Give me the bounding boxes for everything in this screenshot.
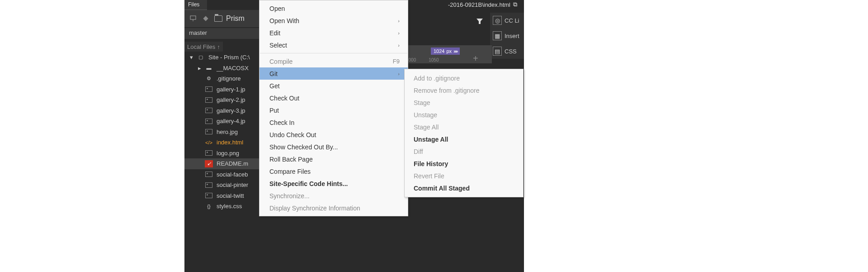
right-panel-css[interactable]: ▤CSS [490,43,524,59]
site-name: Prism [226,14,245,23]
tree-file[interactable]: social-pinter [184,180,259,191]
tree-file[interactable]: social-faceb [184,169,259,180]
cm-open[interactable]: Open [259,2,408,14]
cm-show-checked-out[interactable]: Show Checked Out By... [259,141,408,153]
cm-git[interactable]: Git› [259,67,408,80]
svg-marker-3 [476,19,483,24]
git-branch[interactable]: master [184,28,259,39]
html-icon: </> [205,139,213,146]
svg-rect-2 [203,16,208,21]
cm-synchronize[interactable]: Synchronize... [259,190,408,202]
git-remove-ignore[interactable]: Remove from .gitignore [405,84,523,96]
tree-folder-macosx[interactable]: ▸ ▬ __MACOSX [184,63,259,74]
document-path: -2016-0921B\index.html ⧉ [448,1,517,8]
tree-file[interactable]: gallery-1.jp [184,84,259,95]
cm-select[interactable]: Select› [259,39,408,51]
image-icon [205,149,213,157]
css-panel-icon: ▤ [493,47,502,56]
markdown-icon: ↙ [205,160,213,167]
app-window: Files Prism master Local Files ↑ ▾ ▢ Sit… [184,0,524,272]
image-icon [205,86,213,93]
tree-file-readme[interactable]: ↙README.m [184,158,259,169]
tree-file[interactable]: gallery-4.jp [184,116,259,127]
close-document-icon[interactable]: ⧉ [513,1,517,8]
chevron-right-icon: › [398,71,400,76]
git-revert-file[interactable]: Revert File [405,170,523,182]
git-stage[interactable]: Stage [405,96,523,109]
cm-check-out[interactable]: Check Out [259,92,408,104]
files-panel-tab[interactable]: Files [184,0,207,10]
diamond-icon[interactable] [201,14,211,24]
right-panel-insert[interactable]: ▦Insert [490,28,524,43]
insert-icon: ▦ [493,31,502,40]
add-breakpoint-icon[interactable]: + [473,53,478,64]
cm-undo-check-out[interactable]: Undo Check Out [259,129,408,141]
right-panel: ◎CC Li ▦Insert ▤CSS [490,13,524,59]
chevron-right-icon: ▸ [198,65,201,72]
files-toolbar: Prism [184,10,259,27]
cm-roll-back[interactable]: Roll Back Page [259,153,408,165]
tree-file[interactable]: gallery-2.jp [184,95,259,105]
git-file-history[interactable]: File History [405,157,523,170]
cc-icon: ◎ [493,16,502,25]
cm-open-with[interactable]: Open With› [259,14,408,27]
connect-icon[interactable] [188,14,198,24]
right-panel-cclib[interactable]: ◎CC Li [490,13,524,28]
tree-file[interactable]: logo.png [184,148,259,159]
chevron-right-icon: › [398,43,400,48]
breakpoint-indicator[interactable]: 1024 px ››››› [431,48,460,55]
image-icon [205,107,213,114]
git-commit-staged[interactable]: Commit All Staged [405,182,523,194]
git-stage-all[interactable]: Stage All [405,121,523,133]
image-icon [205,128,213,135]
git-diff[interactable]: Diff [405,145,523,157]
file-tree: ▾ ▢ Site - Prism (C:\ ▸ ▬ __MACOSX ⚙.git… [184,52,259,212]
tree-file[interactable]: gallery-3.jp [184,105,259,116]
cm-put[interactable]: Put [259,104,408,116]
cm-compare-files[interactable]: Compare Files [259,165,408,177]
chevron-down-icon: ▾ [190,54,193,61]
image-icon [205,181,213,189]
local-files-header[interactable]: Local Files ↑ [184,42,223,52]
tree-site-root[interactable]: ▾ ▢ Site - Prism (C:\ [184,52,259,63]
sort-arrow-icon: ↑ [217,43,220,50]
tree-file-index[interactable]: </>index.html [184,137,259,148]
folder-icon: ▬ [205,64,213,72]
image-icon [205,96,213,104]
css-icon: {} [205,203,213,210]
tree-file[interactable]: hero.jpg [184,127,259,138]
chevron-right-icon: › [398,18,400,24]
git-add-ignore[interactable]: Add to .gitignore [405,72,523,84]
cm-site-hints[interactable]: Site-Specific Code Hints... [259,177,408,190]
image-icon [205,192,213,199]
ruler-ticks: 1000 1050 [406,57,439,62]
tree-file[interactable]: social-twitt [184,191,259,201]
git-unstage-all[interactable]: Unstage All [405,133,523,145]
context-menu: Open Open With› Edit› Select› CompileF9 … [259,0,408,216]
image-icon [205,171,213,178]
cm-check-in[interactable]: Check In [259,116,408,129]
image-icon [205,118,213,125]
svg-rect-0 [190,16,196,19]
site-icon: ▢ [197,54,205,61]
cm-compile[interactable]: CompileF9 [259,55,408,67]
separator [260,53,407,53]
git-submenu: Add to .gitignore Remove from .gitignore… [404,69,524,197]
chevron-right-icon: › [398,30,400,36]
git-unstage[interactable]: Unstage [405,109,523,121]
folder-icon [213,14,223,24]
chevrons-icon: ››››› [453,48,457,54]
cm-display-sync-info[interactable]: Display Synchronize Information [259,202,408,214]
tree-file[interactable]: {}styles.css [184,201,259,212]
cm-edit[interactable]: Edit› [259,27,408,39]
cm-get[interactable]: Get [259,80,408,92]
gear-file-icon: ⚙ [205,75,213,82]
tree-file[interactable]: ⚙.gitignore [184,73,259,84]
filter-icon[interactable] [476,17,484,27]
